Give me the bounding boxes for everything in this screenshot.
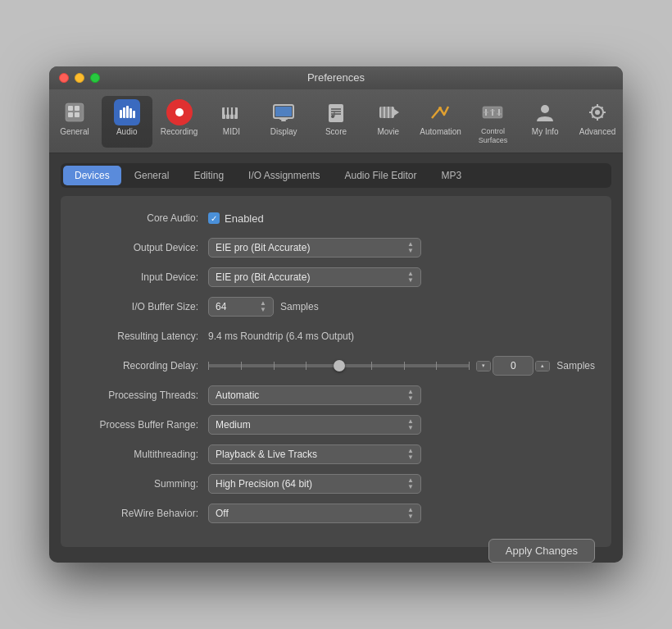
toolbar-item-recording[interactable]: Recording: [154, 96, 205, 148]
multithreading-select[interactable]: Playback & Live Tracks ▲ ▼: [208, 444, 421, 464]
svg-rect-4: [75, 112, 79, 117]
recording-icon: [166, 99, 193, 125]
tick-3: [274, 362, 275, 370]
recording-delay-label: Recording Delay:: [77, 360, 208, 371]
tick-2: [241, 362, 242, 370]
output-device-label: Output Device:: [77, 242, 208, 253]
svg-rect-31: [385, 107, 388, 118]
stepper-up[interactable]: ▴: [536, 362, 549, 371]
processing-threads-arrows: ▲ ▼: [407, 389, 414, 402]
control-surfaces-icon: [479, 99, 506, 125]
tab-general[interactable]: General: [123, 166, 181, 185]
recording-delay-track[interactable]: [208, 364, 470, 367]
svg-rect-8: [129, 108, 132, 118]
svg-point-10: [175, 108, 184, 116]
rewire-behavior-value: Off: [216, 508, 229, 519]
processing-threads-row: Processing Threads: Automatic ▲ ▼: [77, 385, 595, 406]
output-device-control: EIE pro (Bit Accurate) ▲ ▼: [208, 238, 595, 258]
summing-select[interactable]: High Precision (64 bit) ▲ ▼: [208, 474, 421, 494]
svg-rect-16: [229, 107, 231, 115]
summing-arrows: ▲ ▼: [407, 477, 414, 490]
movie-icon: [375, 99, 402, 125]
toolbar-midi-label: MIDI: [223, 127, 240, 137]
toolbar-item-audio[interactable]: Audio: [102, 96, 152, 148]
tab-mp3[interactable]: MP3: [430, 166, 474, 185]
svg-rect-20: [279, 118, 288, 120]
multithreading-row: Multithreading: Playback & Live Tracks ▲…: [77, 444, 595, 465]
recording-delay-thumb[interactable]: [334, 360, 345, 371]
core-audio-checkbox[interactable]: ✓: [208, 212, 220, 224]
recording-delay-stepper-up[interactable]: ▴: [535, 361, 550, 371]
tab-bar: Devices General Editing I/O Assignments …: [61, 163, 611, 188]
toolbar-my-info-label: My Info: [532, 127, 559, 137]
recording-delay-value: 0: [511, 360, 516, 371]
input-device-control: EIE pro (Bit Accurate) ▲ ▼: [208, 267, 595, 287]
recording-delay-stepper[interactable]: ▾: [476, 361, 491, 371]
toolbar-advanced-label: Advanced: [579, 127, 615, 137]
tab-editing[interactable]: Editing: [182, 166, 235, 185]
toolbar-item-my-info[interactable]: My Info: [520, 96, 570, 148]
output-device-arrows: ▲ ▼: [407, 241, 414, 254]
io-buffer-size-select[interactable]: 64 ▲ ▼: [208, 297, 274, 317]
summing-row: Summing: High Precision (64 bit) ▲ ▼: [77, 473, 595, 495]
svg-point-43: [595, 110, 600, 115]
toolbar-item-display[interactable]: Display: [258, 96, 309, 148]
svg-rect-2: [68, 112, 73, 117]
svg-rect-15: [225, 107, 227, 115]
close-button[interactable]: [59, 73, 69, 83]
svg-rect-7: [126, 106, 129, 118]
toolbar-display-label: Display: [270, 127, 297, 137]
toolbar-item-advanced[interactable]: Advanced: [572, 96, 623, 148]
output-device-value: EIE pro (Bit Accurate): [216, 242, 310, 253]
rewire-behavior-arrows: ▲ ▼: [407, 507, 414, 520]
processing-threads-select[interactable]: Automatic ▲ ▼: [208, 385, 421, 405]
svg-point-33: [438, 107, 442, 110]
toolbar-item-midi[interactable]: MIDI: [206, 96, 257, 148]
content-area: Devices General Editing I/O Assignments …: [49, 153, 623, 558]
tab-audio-file-editor[interactable]: Audio File Editor: [333, 166, 428, 185]
summing-control: High Precision (64 bit) ▲ ▼: [208, 474, 595, 494]
stepper-down[interactable]: ▾: [477, 362, 490, 371]
recording-delay-unit: Samples: [556, 360, 595, 371]
input-device-arrows: ▲ ▼: [407, 271, 414, 284]
rewire-behavior-select[interactable]: Off ▲ ▼: [208, 504, 421, 523]
tick-4: [306, 362, 306, 370]
recording-delay-row: Recording Delay:: [77, 355, 595, 376]
output-device-select[interactable]: EIE pro (Bit Accurate) ▲ ▼: [208, 238, 421, 258]
toolbar-item-score[interactable]: Score: [311, 96, 361, 148]
svg-rect-6: [123, 107, 125, 118]
toolbar-control-surfaces-label: Control Surfaces: [471, 127, 515, 145]
minimize-button[interactable]: [75, 73, 84, 83]
core-audio-enabled: ✓ Enabled: [208, 212, 264, 225]
recording-delay-input[interactable]: 0: [493, 356, 534, 376]
maximize-button[interactable]: [90, 73, 100, 83]
general-icon: [61, 99, 88, 125]
process-buffer-range-row: Process Buffer Range: Medium ▲ ▼: [77, 414, 595, 435]
svg-rect-22: [329, 104, 343, 122]
svg-rect-3: [75, 106, 79, 111]
process-buffer-range-arrows: ▲ ▼: [407, 418, 414, 431]
toolbar-item-automation[interactable]: Automation: [415, 96, 466, 148]
toolbar-item-control-surfaces[interactable]: Control Surfaces: [468, 96, 519, 148]
audio-icon: [114, 99, 140, 125]
toolbar-recording-label: Recording: [161, 127, 198, 137]
io-buffer-unit: Samples: [280, 301, 319, 312]
processing-threads-label: Processing Threads:: [77, 390, 208, 401]
tab-devices[interactable]: Devices: [63, 166, 121, 185]
resulting-latency-control: 9.4 ms Roundtrip (6.4 ms Output): [208, 330, 595, 342]
process-buffer-range-value: Medium: [216, 419, 251, 431]
processing-threads-value: Automatic: [216, 390, 259, 401]
tick-8: [436, 362, 437, 370]
resulting-latency-row: Resulting Latency: 9.4 ms Roundtrip (6.4…: [77, 326, 595, 347]
io-buffer-size-control: 64 ▲ ▼ Samples: [208, 297, 595, 317]
traffic-lights: [59, 73, 100, 83]
process-buffer-range-control: Medium ▲ ▼: [208, 415, 595, 435]
input-device-select[interactable]: EIE pro (Bit Accurate) ▲ ▼: [208, 267, 421, 287]
tab-io-assignments[interactable]: I/O Assignments: [237, 166, 331, 185]
svg-rect-30: [381, 107, 384, 118]
toolbar-item-general[interactable]: General: [49, 96, 100, 148]
process-buffer-range-select[interactable]: Medium ▲ ▼: [208, 415, 421, 435]
svg-rect-19: [275, 107, 292, 116]
apply-changes-button[interactable]: Apply Changes: [488, 539, 595, 563]
toolbar-item-movie[interactable]: Movie: [363, 96, 414, 148]
